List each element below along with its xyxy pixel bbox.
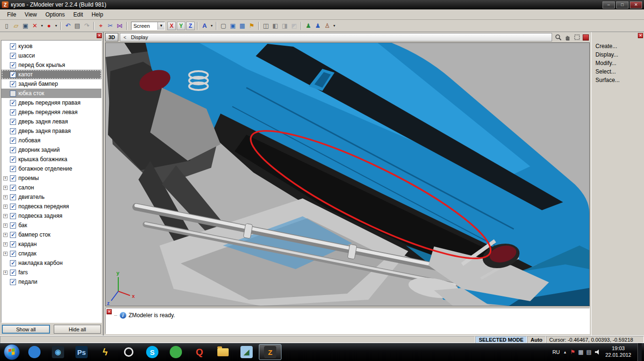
tree-item[interactable]: + подвеска передняя [1, 202, 101, 211]
axis-x-button[interactable]: X [167, 22, 176, 30]
tree-item[interactable]: + шасси [1, 51, 101, 60]
menu-options[interactable]: Options [41, 10, 69, 19]
visibility-checkbox[interactable] [10, 204, 16, 210]
menu-create[interactable]: Create... [595, 42, 643, 50]
view-title-bar[interactable]: < Display [120, 33, 552, 41]
taskbar-opera-icon[interactable] [117, 344, 140, 360]
menu-select[interactable]: Select... [595, 67, 643, 76]
menu-edit[interactable]: Edit [69, 10, 88, 19]
visibility-checkbox[interactable] [10, 119, 16, 125]
taskbar-zmodeler-icon[interactable]: Z [259, 344, 281, 360]
viewport-config-icon[interactable] [583, 34, 589, 41]
tree-item[interactable]: + fars [1, 268, 101, 277]
visibility-checkbox[interactable] [10, 100, 16, 106]
viewport-layout-icon[interactable]: ▦ [238, 21, 247, 31]
visibility-checkbox[interactable] [10, 72, 16, 78]
expand-icon[interactable]: + [3, 233, 8, 237]
tree-item[interactable]: + двигатель [1, 192, 101, 202]
visibility-checkbox[interactable] [10, 241, 16, 247]
visibility-checkbox[interactable] [10, 185, 16, 191]
expand-icon[interactable]: + [3, 195, 8, 199]
pan-hand-icon[interactable] [564, 33, 571, 41]
weld-tool-icon[interactable]: ⌖ [96, 21, 106, 31]
clipboard-icon[interactable]: ▤ [73, 21, 82, 31]
minimize-button[interactable]: – [603, 1, 615, 8]
tree-item[interactable]: + проемы [1, 173, 101, 183]
tool-icon[interactable] [258, 22, 259, 30]
view-mode-button[interactable]: 3D [105, 33, 118, 41]
tree-item[interactable]: + перед бок крылья [1, 60, 101, 70]
axis-y-button[interactable]: Y [177, 22, 185, 30]
visibility-checkbox[interactable] [10, 138, 16, 144]
tree-item[interactable]: + салон [1, 183, 101, 192]
taskbar-skype-icon[interactable]: S [141, 344, 164, 360]
tree-item[interactable]: + бак [1, 221, 101, 230]
zoom-icon[interactable] [554, 33, 562, 41]
tool-icon[interactable] [93, 22, 94, 30]
tree-item[interactable]: + кардан [1, 239, 101, 249]
dropdown-icon[interactable]: ▾ [54, 21, 58, 31]
redo-icon[interactable]: ↷ [82, 21, 91, 31]
view-mode-select[interactable]: Screen ▼ [131, 22, 165, 30]
render-shaded-icon[interactable]: ◨ [280, 21, 289, 31]
visibility-checkbox[interactable] [10, 43, 16, 49]
expand-icon[interactable]: + [3, 223, 8, 228]
viewport-flag-icon[interactable]: ⚑ [247, 21, 256, 31]
close-button[interactable]: ✕ [630, 1, 642, 8]
tray-network-icon[interactable]: ▦ [578, 349, 583, 355]
record-icon[interactable]: ● [44, 21, 54, 31]
dropdown-icon[interactable]: ▾ [40, 21, 44, 31]
open-file-icon[interactable]: ▱ [11, 21, 21, 31]
cut-tool-icon[interactable]: ✂ [106, 21, 115, 31]
axis-z-button[interactable]: Z [186, 22, 195, 30]
menu-view[interactable]: View [20, 10, 41, 19]
taskbar-explorer-icon[interactable] [212, 344, 234, 360]
menu-surface[interactable]: Surface... [595, 76, 643, 84]
menu-help[interactable]: Help [87, 10, 107, 19]
tree-item[interactable]: + бампер сток [1, 230, 101, 239]
tree-item[interactable]: + педали [1, 277, 101, 287]
tool-icon[interactable] [216, 22, 217, 30]
tree-item[interactable]: + дверь передняя правая [1, 98, 101, 107]
volume-icon[interactable] [595, 350, 601, 355]
new-file-icon[interactable]: ▯ [2, 21, 11, 31]
tree-item[interactable]: + юбка сток [1, 89, 101, 98]
character-bones-icon[interactable]: ♙ [322, 21, 332, 31]
tree-item[interactable]: + подвеска задняя [1, 211, 101, 221]
visibility-checkbox[interactable] [10, 62, 16, 68]
expand-icon[interactable]: + [3, 214, 8, 218]
tool-icon[interactable] [301, 22, 302, 30]
maximize-button[interactable]: □ [616, 1, 628, 8]
expand-icon[interactable]: + [3, 176, 8, 180]
close-panel-icon[interactable]: ✕ [97, 33, 102, 38]
visibility-checkbox[interactable] [10, 147, 16, 153]
tree-item[interactable]: + дверь задня левая [1, 117, 101, 126]
tree-item[interactable]: + дверь задня правая [1, 126, 101, 136]
menu-display[interactable]: Display... [595, 50, 643, 59]
character-walk-icon[interactable]: ♟ [313, 21, 322, 31]
tree-item[interactable]: + лобовая [1, 136, 101, 145]
auto-indicator[interactable]: Auto [527, 336, 546, 343]
back-chevron-icon[interactable]: < [124, 35, 126, 40]
viewport-select-icon[interactable]: ▢ [219, 21, 228, 31]
menu-modify[interactable]: Modify... [595, 59, 643, 67]
tree-item[interactable]: + спидак [1, 249, 101, 258]
tree-item[interactable]: + задний бампер [1, 79, 101, 89]
visibility-checkbox[interactable] [10, 251, 16, 257]
visibility-checkbox[interactable] [10, 128, 16, 134]
tool-icon[interactable] [60, 22, 61, 30]
tool-icon[interactable] [126, 22, 127, 30]
visibility-checkbox[interactable] [10, 260, 16, 266]
mirror-tool-icon[interactable]: ⋈ [115, 21, 124, 31]
tree-item[interactable]: + дверь передняя левая [1, 107, 101, 117]
taskbar-photos-icon[interactable]: ◢ [235, 344, 258, 360]
visibility-checkbox[interactable] [10, 109, 16, 115]
visibility-checkbox[interactable] [10, 81, 16, 87]
expand-icon[interactable]: + [3, 252, 8, 256]
taskbar-messenger-icon[interactable] [165, 344, 187, 360]
show-all-button[interactable]: Show all [2, 325, 50, 334]
tree-item[interactable]: + богажное отделение [1, 164, 101, 173]
taskbar-photoshop-icon[interactable]: Ps [70, 344, 93, 360]
tool-icon[interactable] [197, 22, 198, 30]
dropdown-icon[interactable]: ▾ [332, 21, 337, 31]
